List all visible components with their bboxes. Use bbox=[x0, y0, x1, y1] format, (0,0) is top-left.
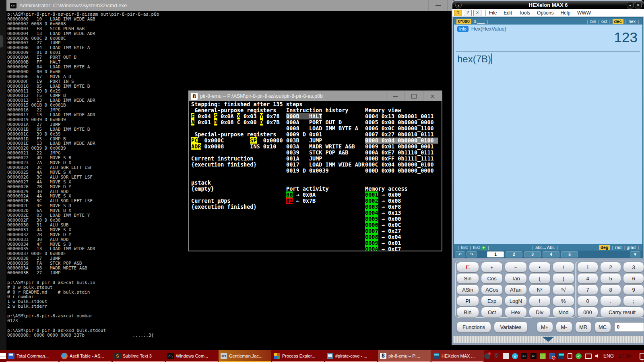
keypad-button[interactable]: 2 bbox=[600, 262, 621, 272]
memory-slot-tab-4[interactable]: 4 bbox=[543, 251, 559, 257]
workspace-tab-2[interactable]: 2 bbox=[464, 10, 472, 16]
xming-icon[interactable]: X bbox=[493, 353, 500, 359]
keypad-button[interactable]: ASin bbox=[456, 284, 479, 295]
expression-input[interactable]: hex(7B) bbox=[457, 53, 492, 65]
angle-mode-grad[interactable]: grad bbox=[627, 245, 636, 250]
taskbar-item[interactable]: C:\Windows Com... bbox=[165, 350, 218, 362]
start-button[interactable] bbox=[0, 350, 6, 362]
base-mode-oct[interactable]: oct bbox=[601, 19, 607, 24]
keypad-button[interactable]: ˣ√ bbox=[553, 284, 574, 295]
undo-button[interactable]: ↶ bbox=[455, 251, 465, 257]
keypad-button[interactable]: Exp bbox=[481, 296, 503, 306]
keypad-button[interactable]: Mod bbox=[553, 307, 574, 317]
discord-icon[interactable] bbox=[484, 353, 490, 359]
network-icon[interactable] bbox=[585, 354, 592, 359]
internet-explorer-icon[interactable]: e bbox=[512, 353, 518, 359]
cmd-icon[interactable]: C:\ bbox=[521, 353, 527, 359]
keypad-button[interactable]: % bbox=[553, 296, 574, 306]
hist-button[interactable]: hist bbox=[461, 245, 468, 250]
display-screen[interactable]: info Hex(HexValue) 123 hex(7B) bbox=[454, 25, 642, 244]
app-window-icon[interactable] bbox=[503, 353, 509, 359]
menu-www[interactable]: WWW bbox=[577, 10, 591, 16]
volume-icon[interactable] bbox=[595, 354, 600, 358]
keypad-button[interactable]: ACos bbox=[481, 284, 503, 295]
keypad-button[interactable]: / bbox=[553, 262, 574, 272]
memory-button[interactable]: MC bbox=[594, 321, 611, 333]
menu-file[interactable]: File bbox=[489, 10, 497, 16]
keypad-button[interactable]: Carry result bbox=[600, 307, 644, 317]
keypad-button[interactable]: 4 bbox=[577, 273, 598, 284]
notification-center-icon[interactable] bbox=[640, 353, 644, 360]
base-mode-dec[interactable]: dec bbox=[613, 19, 623, 24]
keypad-button[interactable]: Pi bbox=[456, 296, 479, 306]
cmd-titlebar[interactable]: C:\ Administrator: C:\Windows\System32\c… bbox=[6, 0, 453, 11]
keypad-button[interactable]: Oct bbox=[481, 307, 503, 317]
base-mode-hex[interactable]: hex bbox=[628, 19, 636, 24]
keypad-button[interactable]: 0 bbox=[577, 296, 598, 306]
taskbar-item[interactable]: Ascii Table - AS... bbox=[59, 350, 112, 362]
keypad-button[interactable]: 5 bbox=[600, 273, 621, 284]
memory-value-field[interactable]: 0 bbox=[614, 322, 644, 332]
hexelon-titlebar[interactable]: ▲ HEXelon MAX 6 –✕ bbox=[452, 1, 644, 9]
keypad-button[interactable]: + bbox=[481, 262, 503, 272]
menu-help[interactable]: Help bbox=[560, 10, 570, 16]
cmd-icon[interactable]: C:\ bbox=[530, 353, 537, 359]
keypad-button[interactable]: Tan bbox=[505, 273, 526, 284]
keypad-button[interactable]: Bin bbox=[456, 307, 479, 317]
menu-tools[interactable]: Tools bbox=[519, 10, 530, 16]
usb-device-icon[interactable] bbox=[568, 353, 572, 359]
maximize-button[interactable] bbox=[405, 91, 423, 101]
taskbar-item[interactable]: Total Comman... bbox=[6, 350, 59, 362]
gpu-tool-icon[interactable] bbox=[540, 353, 546, 359]
memory-button[interactable]: MR bbox=[575, 321, 592, 333]
memory-button[interactable]: M+ bbox=[537, 321, 553, 333]
abc-toggle[interactable]: |abc→Abc| bbox=[530, 245, 559, 250]
memory-slot-tab-2[interactable]: 2 bbox=[506, 251, 522, 257]
close-button[interactable]: x bbox=[423, 91, 442, 101]
antivirus-ok-icon[interactable]: ✓ bbox=[576, 353, 582, 359]
info-badge[interactable]: info bbox=[457, 26, 469, 32]
keypad-button[interactable]: Div bbox=[529, 307, 551, 317]
keypad-button[interactable]: − bbox=[505, 262, 526, 272]
taskbar-item[interactable]: HEXelon MAX ... bbox=[431, 350, 484, 362]
memory-slot-tab-3[interactable]: 3 bbox=[524, 251, 541, 257]
close-button[interactable]: ✕ bbox=[635, 2, 642, 8]
taskbar-item[interactable]: #pirate-cove - ... bbox=[325, 350, 378, 362]
keypad-button[interactable]: ( bbox=[529, 273, 551, 284]
calculator-icon[interactable] bbox=[558, 353, 564, 359]
angle-mode-deg[interactable]: deg bbox=[599, 245, 610, 250]
workspace-tab-1[interactable]: 1 bbox=[454, 10, 462, 16]
keypad-button[interactable]: 3 bbox=[623, 262, 644, 272]
memory-slot-tab-1[interactable]: 1 bbox=[487, 251, 504, 257]
memory-slot-tab-5[interactable]: 5 bbox=[561, 251, 578, 257]
window-menu-button[interactable]: ▲ bbox=[455, 2, 462, 8]
redo-button[interactable]: ↷ bbox=[466, 251, 477, 257]
hist-window-button[interactable]: hist+ bbox=[473, 245, 486, 250]
workspace-tab-3[interactable]: 3 bbox=[473, 10, 481, 16]
minimize-button[interactable] bbox=[386, 91, 405, 101]
keypad-button[interactable]: . bbox=[600, 296, 621, 306]
base-mode-bin[interactable]: bin bbox=[590, 19, 596, 24]
keypad-button[interactable]: C bbox=[456, 262, 479, 272]
keypad-button[interactable]: LogN bbox=[505, 296, 526, 306]
abc-toggle-label[interactable]: abc→Abc bbox=[535, 245, 555, 250]
taskbar-item[interactable]: 321Gentleman.Jac... bbox=[219, 350, 271, 362]
minimize-button[interactable] bbox=[428, 0, 448, 11]
keypad-button[interactable]: 8 bbox=[600, 284, 621, 295]
keypad-button[interactable]: 000 bbox=[577, 307, 598, 317]
dropdown-button[interactable]: ▼ bbox=[630, 251, 640, 257]
keypad-button[interactable]: 6 bbox=[623, 273, 644, 284]
keypad-button[interactable]: ; bbox=[623, 296, 644, 306]
keypad-button[interactable]: ! bbox=[529, 296, 551, 306]
keypad-button[interactable]: ATan bbox=[505, 284, 526, 295]
keypad-button[interactable]: 9 bbox=[623, 284, 644, 295]
minimize-button[interactable]: – bbox=[627, 2, 634, 8]
keypad-button[interactable]: Hex bbox=[505, 307, 526, 317]
taskbar-item[interactable]: 8pir-8-emu – P:... bbox=[378, 350, 431, 362]
keypad-button[interactable]: ) bbox=[553, 273, 574, 284]
language-indicator[interactable]: ENG bbox=[603, 353, 614, 359]
variables-button[interactable]: Variables bbox=[494, 321, 527, 333]
keypad-button[interactable]: Sin bbox=[456, 273, 479, 284]
clock[interactable]: 17:36 bbox=[619, 353, 631, 359]
keypad-button[interactable]: Cos bbox=[481, 273, 503, 284]
